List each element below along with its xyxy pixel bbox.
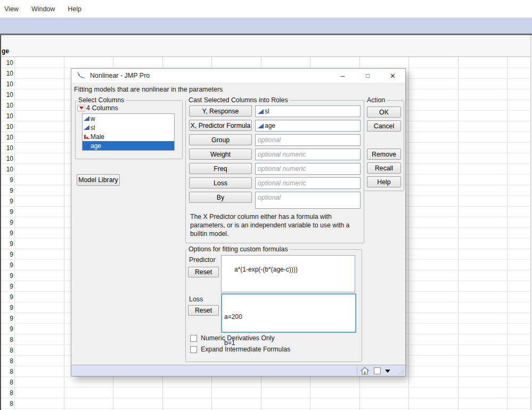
nominal-icon (84, 134, 89, 140)
table-row[interactable]: 8 (0, 398, 532, 409)
list-item-w[interactable]: w (83, 114, 174, 123)
list-item-male[interactable]: Male (83, 132, 174, 141)
age-cell[interactable]: 10 (0, 133, 13, 143)
statusbar-dropdown-triangle-icon[interactable] (385, 370, 390, 373)
loss-role-field[interactable]: optional numeric (255, 177, 361, 189)
predictor-reset-button[interactable]: Reset (188, 267, 219, 277)
age-cell[interactable]: 9 (0, 175, 13, 185)
custom-formula-options-group: Options for fitting custom formulas Pred… (185, 245, 362, 362)
age-cell[interactable]: 8 (0, 388, 13, 398)
by-field[interactable]: optional (255, 192, 361, 209)
freq-button[interactable]: Freq (189, 163, 252, 174)
age-cell[interactable]: 8 (0, 356, 13, 366)
dialog-title: Nonlinear - JMP Pro (90, 72, 150, 79)
menu-window[interactable]: Window (25, 3, 61, 15)
expand-formulas-checkbox-row[interactable]: Expand Intermediate Formulas (190, 346, 290, 353)
age-cell[interactable]: 10 (0, 154, 13, 164)
age-cell[interactable]: 9 (0, 239, 13, 249)
age-cell[interactable]: 9 (0, 218, 13, 228)
continuous-icon (258, 124, 264, 128)
select-columns-group: Select Columns 4 Columns w sl Male (75, 96, 183, 159)
x-predictor-button[interactable]: X, Predictor Formula (189, 120, 252, 131)
age-cell[interactable]: 9 (0, 282, 13, 292)
age-column-header[interactable]: ge (2, 47, 9, 55)
age-cell[interactable]: 10 (0, 165, 13, 175)
home-icon[interactable] (361, 367, 369, 375)
cancel-button[interactable]: Cancel (367, 120, 401, 132)
dialog-subtitle: Fitting models that are nonlinear in the… (74, 86, 223, 93)
select-columns-label: Select Columns (77, 96, 126, 104)
table-left-edge (0, 35, 1, 410)
remove-button[interactable]: Remove (367, 149, 401, 160)
action-group: Action OK Cancel Remove Recall Help (364, 96, 404, 191)
age-cell[interactable]: 9 (0, 250, 13, 260)
table-row[interactable]: 10 (0, 58, 532, 68)
list-item-age-selected[interactable]: age (83, 141, 174, 150)
age-cell[interactable]: 9 (0, 314, 13, 324)
minimize-button[interactable]: – (330, 69, 355, 83)
menu-bar: View Window Help (0, 0, 532, 18)
x-predictor-field[interactable]: age (255, 120, 361, 132)
statusbar-checkbox[interactable] (374, 367, 381, 374)
help-button[interactable]: Help (367, 176, 401, 187)
numeric-derivatives-checkbox-row[interactable]: Numeric Derivatives Only (190, 334, 275, 342)
age-cell[interactable]: 8 (0, 378, 13, 388)
columns-listbox: w sl Male age (82, 113, 175, 151)
weight-button[interactable]: Weight (189, 149, 252, 160)
age-cell[interactable]: 10 (0, 101, 13, 111)
roles-group-label: Cast Selected Columns into Roles (187, 96, 290, 104)
age-cell[interactable]: 9 (0, 292, 13, 302)
age-cell[interactable]: 10 (0, 58, 13, 68)
age-cell[interactable]: 9 (0, 260, 13, 270)
menu-view[interactable]: View (0, 3, 25, 15)
loss-reset-button[interactable]: Reset (188, 305, 219, 316)
predictor-formula-editor[interactable]: a*(1-exp(-(b*(age-c)))) (221, 255, 355, 292)
age-cell[interactable]: 9 (0, 303, 13, 313)
age-cell[interactable]: 10 (0, 90, 13, 100)
predictor-label: Predictor (189, 256, 216, 264)
by-button[interactable]: By (189, 192, 252, 203)
close-button[interactable]: ✕ (380, 69, 405, 83)
checkbox-unchecked[interactable] (190, 346, 197, 353)
menu-help[interactable]: Help (61, 3, 88, 15)
age-cell[interactable]: 8 (0, 335, 13, 345)
age-cell[interactable]: 10 (0, 79, 13, 89)
continuous-icon (84, 116, 89, 121)
age-cell[interactable]: 9 (0, 186, 13, 196)
toolbar-band (0, 18, 532, 34)
group-button[interactable]: Group (189, 134, 252, 145)
red-triangle-menu-icon[interactable] (77, 105, 85, 111)
age-cell[interactable]: 8 (0, 399, 13, 409)
group-field[interactable]: optional (255, 134, 361, 146)
x-predictor-note: The X Predictor column either has a form… (190, 212, 359, 239)
freq-field[interactable]: optional numeric (255, 163, 361, 175)
dialog-title-bar[interactable]: Nonlinear - JMP Pro – □ ✕ (71, 69, 405, 83)
age-cell[interactable]: 9 (0, 324, 13, 334)
age-cell[interactable]: 10 (0, 111, 13, 121)
age-cell[interactable]: 10 (0, 69, 13, 79)
nonlinear-curve-icon (77, 71, 86, 80)
age-cell[interactable]: 9 (0, 271, 13, 281)
age-cell[interactable]: 9 (0, 228, 13, 239)
age-cell[interactable]: 10 (0, 143, 13, 153)
age-cell[interactable]: 9 (0, 207, 13, 217)
resize-grip-icon[interactable] (398, 369, 404, 375)
age-cell[interactable]: 8 (0, 346, 13, 356)
y-response-button[interactable]: Y, Response (189, 105, 252, 117)
age-cell[interactable]: 8 (0, 367, 13, 377)
loss-role-button[interactable]: Loss (189, 177, 252, 188)
continuous-icon (84, 125, 89, 130)
continuous-icon (258, 109, 264, 114)
age-cell[interactable]: 10 (0, 122, 13, 132)
list-item-sl[interactable]: sl (83, 123, 174, 132)
y-response-field[interactable]: sl (255, 105, 361, 117)
weight-field[interactable]: optional numeric (255, 149, 361, 160)
checkbox-unchecked[interactable] (190, 335, 197, 342)
loss-formula-editor[interactable]: a=200 b=1 c=1 (221, 293, 356, 333)
ok-button[interactable]: OK (367, 106, 401, 118)
age-cell[interactable]: 9 (0, 196, 13, 207)
recall-button[interactable]: Recall (367, 162, 401, 174)
column-header-row: ge (0, 35, 532, 57)
model-library-button[interactable]: Model Library (77, 174, 120, 186)
maximize-button[interactable]: □ (355, 69, 380, 83)
